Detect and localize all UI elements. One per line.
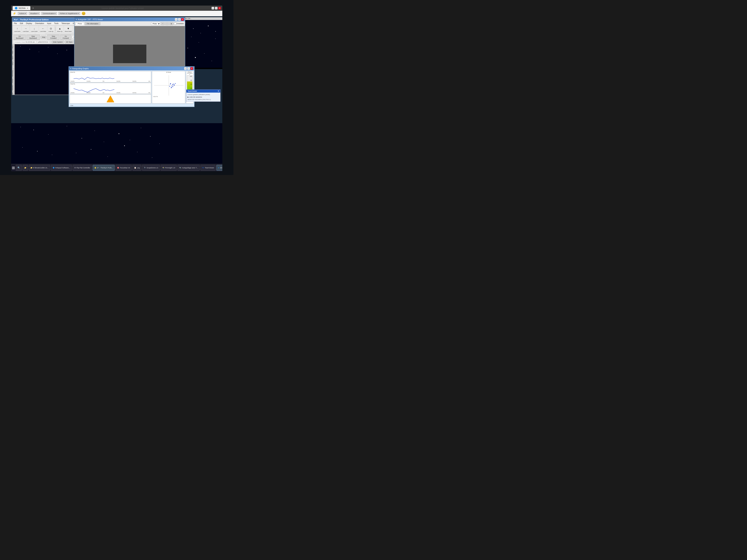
taskbar-brutes[interactable]: 📁 E:\Brutes\Juillet 19... bbox=[29, 165, 50, 171]
browser-controls: — □ ✕ bbox=[212, 7, 221, 9]
fits-zoom-out[interactable]: − bbox=[165, 22, 169, 25]
crosshairs-checkbox[interactable] bbox=[174, 22, 176, 25]
stop-button[interactable]: Stop bbox=[41, 36, 47, 39]
tv-session-list[interactable]: ▶ Liste de sessions bbox=[187, 96, 219, 98]
flipflat-icon: ⚙ bbox=[74, 167, 76, 169]
free-rotation-button[interactable]: ↺ Free Rotation bbox=[35, 33, 45, 35]
felopaul-label: Felopaul Software... bbox=[55, 167, 70, 169]
move-up-icon: ▲ bbox=[58, 26, 62, 31]
browser-minimize[interactable]: — bbox=[212, 7, 214, 9]
taskbar-teamviewer[interactable]: TV TeamViewer bbox=[201, 165, 216, 171]
start-button[interactable]: ⊞ bbox=[12, 164, 15, 171]
menu-display[interactable]: Display bbox=[25, 22, 33, 25]
move-up-button[interactable]: ▲ Move Up bbox=[56, 26, 63, 33]
autoguidage-icon: 📷 bbox=[179, 167, 181, 169]
skyxapp-icon: ✕ bbox=[14, 18, 16, 21]
fits-photo-tab[interactable]: Photo bbox=[76, 22, 84, 25]
ag-x-axis-bottom: 2m20s2m40s3m3m20s3m40s4m bbox=[71, 92, 150, 93]
disconnect-telescope-button[interactable]: ⊘ Disconnect Telescope bbox=[20, 33, 35, 35]
browser-tab-close[interactable]: ✕ bbox=[27, 7, 28, 9]
3d-stars-button[interactable]: 3D Stars bbox=[65, 41, 74, 44]
fits-fit[interactable]: ⊞ bbox=[169, 22, 174, 25]
go-backward-button[interactable]: Go Backward bbox=[14, 35, 26, 39]
look-east-label: Look East bbox=[23, 31, 28, 32]
svg-point-15 bbox=[175, 83, 176, 84]
svg-point-13 bbox=[174, 85, 174, 86]
look-north-button[interactable]: ↑ Look North bbox=[13, 26, 21, 33]
taskbar-sedna[interactable]: ● SEDNA - TeamView... bbox=[216, 165, 222, 171]
fits-close-icon: ✕ bbox=[76, 19, 77, 21]
browser-tab-sedna[interactable]: SEDNA ✕ bbox=[12, 6, 30, 10]
taskbar-autoguidage[interactable]: 📷 Autoguidage avec T... bbox=[178, 165, 200, 171]
side-tab-telescope[interactable]: Telescope bbox=[13, 69, 14, 78]
look-up-button[interactable]: ⊙ Look Up bbox=[48, 26, 54, 33]
taskbar-scopedome[interactable]: 🔭 ScopeDome LS bbox=[142, 165, 160, 171]
taskbar-log[interactable]: 📋 Log bbox=[132, 165, 141, 171]
log-icon: 📋 bbox=[134, 167, 136, 169]
fits-close[interactable]: ✕ bbox=[181, 18, 184, 21]
sig-60: 60 bbox=[190, 83, 192, 85]
menu-edit[interactable]: Edit bbox=[19, 22, 24, 25]
side-tab-find[interactable]: Find bbox=[13, 45, 14, 49]
date-display: juillet/20/2016 bbox=[37, 41, 49, 43]
ag-x-axis-top: 2m20s2m40s3m3m20s3m40s4m bbox=[71, 81, 150, 82]
menu-tools[interactable]: Tools bbox=[53, 22, 59, 25]
communication-menu[interactable]: Communication ▾ bbox=[41, 12, 57, 15]
autoguide-close[interactable]: ✕ bbox=[190, 67, 193, 70]
skyxpro-icon: ⭐ bbox=[94, 167, 96, 169]
taskbar-focusmax[interactable]: 🎯 FocusMax V4 bbox=[115, 165, 132, 171]
relative-signal-label: RelativeStar Signal % bbox=[186, 71, 193, 75]
taskbar-cortana[interactable]: 🔍 bbox=[16, 165, 22, 171]
clock-label: Computer Clock bbox=[15, 41, 25, 43]
side-tab-chart[interactable]: Chart Elements bbox=[13, 60, 14, 69]
look-west-button[interactable]: ← Look West bbox=[39, 26, 47, 33]
browser-license: Licence gratuite (seulement pour l'utili… bbox=[35, 7, 210, 9]
menu-orientation[interactable]: Orientation bbox=[34, 22, 45, 25]
side-tab-dome[interactable]: Dome bbox=[13, 78, 14, 84]
look-east-button[interactable]: → Look East bbox=[22, 26, 29, 33]
taskbar-felopaul[interactable]: 🔷 Felopaul Software... bbox=[51, 165, 72, 171]
step-backward-button[interactable]: Step Backward bbox=[26, 35, 40, 39]
toolbar-sep1 bbox=[55, 27, 55, 31]
taskbar-picinsight[interactable]: 📸 PicInsight 1.8 bbox=[161, 165, 177, 171]
picinsight-icon: 📸 bbox=[162, 167, 164, 169]
browser-tab-icon bbox=[15, 7, 18, 9]
menu-telescope[interactable]: Telescope bbox=[61, 22, 71, 25]
tv-desktop-label: DESKTOP-NSJA9KA (130.278.0.1) bbox=[187, 99, 219, 100]
star-profile bbox=[70, 94, 151, 104]
fits-zoom-in[interactable]: + bbox=[161, 22, 164, 25]
look-south-button[interactable]: ↓ Look South bbox=[30, 26, 38, 33]
autoguide-maximize[interactable]: □ bbox=[187, 67, 190, 70]
menu-input[interactable]: Input bbox=[46, 22, 52, 25]
look-north-label: Look North bbox=[14, 31, 20, 32]
side-tab-autoguider[interactable]: Autoguider bbox=[13, 92, 14, 95]
teamviewer-panel: TeamViewer ✕ Licence gratuite (utilisati… bbox=[186, 89, 221, 102]
monitor: SEDNA ✕ + Licence gratuite (seulement po… bbox=[11, 5, 222, 171]
visualiser-menu[interactable]: Visualiser ▾ bbox=[29, 12, 40, 15]
fits-photo-select[interactable]: Photo bbox=[151, 22, 160, 25]
taskbar-skyxpro[interactable]: ⭐ in* - TheSkyX Profe... bbox=[93, 165, 115, 171]
taskbar-file-explorer[interactable]: 📁 bbox=[23, 165, 28, 171]
fits-file-info-tab[interactable]: File Information bbox=[85, 22, 100, 25]
ag-graph-top: X Err Px 2m20s2m40s3m3m20s3m40s4m bbox=[70, 71, 151, 82]
tv-content: Licence gratuite (utilisation privée) ▶ … bbox=[186, 92, 220, 102]
side-tab-date[interactable]: Date and Time bbox=[13, 50, 14, 55]
tv-close-icon[interactable]: ✕ bbox=[218, 90, 219, 92]
menu-file[interactable]: File bbox=[13, 22, 18, 25]
side-tab-camera[interactable]: Camera bbox=[13, 84, 14, 91]
new-tab-button[interactable]: + bbox=[32, 6, 34, 10]
park-button[interactable]: P Park bbox=[13, 33, 20, 35]
taskbar-flipflat[interactable]: ⚙ Flip-Flat Controller bbox=[73, 165, 92, 171]
browser-close[interactable]: ✕ bbox=[218, 7, 221, 9]
autoguide-minimize[interactable]: — bbox=[184, 67, 187, 70]
move-down-button[interactable]: ▼ Move Down bbox=[64, 26, 73, 33]
browser-maximize[interactable]: □ bbox=[215, 7, 217, 9]
fits-minimize[interactable]: — bbox=[175, 18, 178, 21]
fits-maximize[interactable]: □ bbox=[178, 18, 181, 21]
solar-system-button[interactable]: Solar System bbox=[52, 41, 64, 44]
go-forward-button[interactable]: Go Forward bbox=[60, 35, 71, 39]
fichiers-menu[interactable]: Fichiers & Suppléments ▾ bbox=[58, 12, 80, 15]
actions-menu[interactable]: Actions ▾ bbox=[18, 12, 27, 15]
side-tab-orbit[interactable]: Orbit bbox=[13, 55, 14, 60]
step-forward-button[interactable]: Step Forward bbox=[47, 35, 59, 39]
